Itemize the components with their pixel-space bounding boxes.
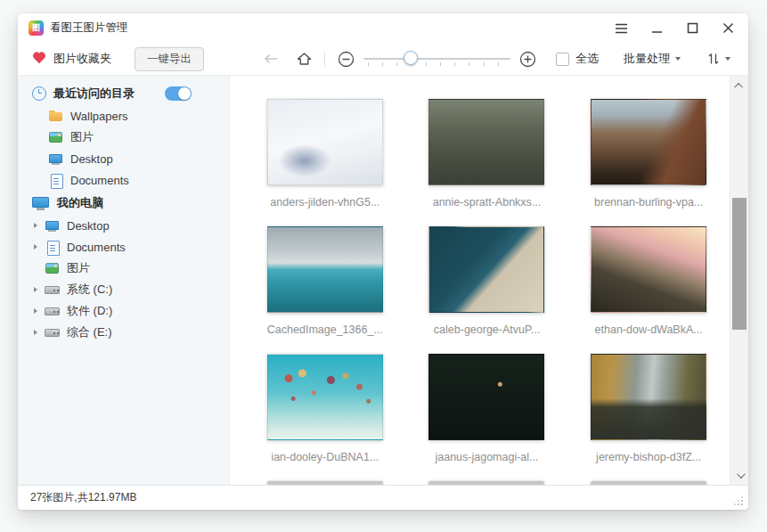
zoom-slider[interactable] xyxy=(363,50,510,68)
sidebar-folder-item[interactable]: Documents xyxy=(18,169,229,191)
doc-icon xyxy=(48,173,63,188)
batch-process-menu[interactable]: 批量处理 xyxy=(624,51,681,67)
resize-grip[interactable] xyxy=(733,495,744,506)
favorites-label[interactable]: 图片收藏夹 xyxy=(53,51,111,67)
image-item[interactable]: ethan-dow-dWaBkA... xyxy=(567,226,730,354)
image-item[interactable]: anders-jilden-vhnG5... xyxy=(244,99,406,226)
image-item[interactable]: caleb-george-AtvuP... xyxy=(406,226,568,354)
sidebar-tree-item[interactable]: 图片 xyxy=(18,258,229,279)
computer-icon xyxy=(32,195,50,210)
export-button[interactable]: 一键导出 xyxy=(135,47,204,71)
drive-icon xyxy=(45,282,60,298)
sidebar-folder-item[interactable]: 图片 xyxy=(18,127,229,148)
app-logo-icon: 图 xyxy=(29,20,44,36)
image-item[interactable]: jeremy-bishop-d3fZ... xyxy=(567,354,730,481)
sidebar-item-label: 综合 (E:) xyxy=(67,324,112,340)
monitor-icon xyxy=(45,218,60,233)
window-controls xyxy=(613,20,736,37)
favorites-heart-icon[interactable] xyxy=(32,53,46,65)
image-thumbnail[interactable] xyxy=(591,226,706,313)
sidebar-tree-item[interactable]: 系统 (C:) xyxy=(18,279,229,300)
sidebar-item-label: 软件 (D:) xyxy=(67,303,112,319)
image-item[interactable]: ian-dooley-DuBNA1... xyxy=(244,354,406,481)
content-area: anders-jilden-vhnG5... annie-spratt-Abnk… xyxy=(230,76,748,485)
sidebar-tree-item[interactable]: 软件 (D:) xyxy=(18,300,229,322)
image-filename: ethan-dow-dWaBkA... xyxy=(595,323,703,336)
sidebar: 最近访问的目录 Wallpapers 图片 xyxy=(18,76,230,485)
thumbnail-grid: anders-jilden-vhnG5... annie-spratt-Abnk… xyxy=(244,99,730,481)
toolbar: 图片收藏夹 一键导出 全选 xyxy=(18,43,748,76)
close-icon[interactable] xyxy=(720,20,736,37)
sort-menu[interactable] xyxy=(707,52,730,66)
image-thumbnail[interactable] xyxy=(428,226,544,313)
sort-icon xyxy=(707,52,720,66)
image-icon xyxy=(45,261,60,276)
zoom-slider-handle[interactable] xyxy=(404,51,418,65)
titlebar: 图 看图王图片管理 xyxy=(18,13,748,43)
doc-icon xyxy=(45,240,60,255)
sidebar-item-label: 系统 (C:) xyxy=(67,282,112,298)
image-thumbnail[interactable] xyxy=(267,354,383,440)
image-thumbnail[interactable] xyxy=(267,99,383,185)
sidebar-tree-item[interactable]: 综合 (E:) xyxy=(18,322,229,343)
image-filename: jaanus-jagomagi-al... xyxy=(435,451,538,463)
select-all-checkbox[interactable] xyxy=(556,53,569,66)
my-computer-header[interactable]: 我的电脑 xyxy=(18,191,229,215)
back-arrow-icon[interactable] xyxy=(263,53,279,65)
toolbar-right-group: 全选 批量处理 xyxy=(556,51,730,67)
image-thumbnail[interactable] xyxy=(591,99,706,185)
sidebar-tree-item[interactable]: Desktop xyxy=(18,215,229,236)
expand-arrow-icon[interactable] xyxy=(34,244,45,250)
sidebar-item-label: Desktop xyxy=(67,219,110,233)
sidebar-item-label: Wallpapers xyxy=(70,110,128,123)
status-text: 27张图片,共121.97MB xyxy=(30,490,136,505)
menu-icon[interactable] xyxy=(613,20,629,37)
image-filename: jeremy-bishop-d3fZ... xyxy=(596,451,701,463)
select-all-label[interactable]: 全选 xyxy=(575,51,599,67)
scroll-down-icon[interactable] xyxy=(730,467,748,483)
recent-toggle[interactable] xyxy=(165,86,192,101)
vertical-scrollbar[interactable] xyxy=(730,76,748,485)
expand-arrow-icon[interactable] xyxy=(34,308,45,314)
image-thumbnail[interactable] xyxy=(267,226,383,313)
chevron-down-icon xyxy=(725,57,730,61)
image-item[interactable]: CachedImage_1366_... xyxy=(244,226,406,354)
expand-arrow-icon[interactable] xyxy=(34,223,45,228)
scroll-up-icon[interactable] xyxy=(730,78,748,94)
app-window: 图 看图王图片管理 图片收藏夹 一键导出 xyxy=(18,13,748,510)
expand-arrow-icon[interactable] xyxy=(34,330,45,335)
expand-arrow-icon[interactable] xyxy=(34,287,45,292)
chevron-down-icon xyxy=(675,57,681,61)
my-computer-label: 我的电脑 xyxy=(57,195,103,211)
sidebar-folder-item[interactable]: Wallpapers xyxy=(18,105,229,127)
maximize-icon[interactable] xyxy=(684,20,700,37)
zoom-slider-ticks xyxy=(368,62,508,66)
image-icon xyxy=(48,130,63,145)
sidebar-item-label: Documents xyxy=(67,241,126,254)
zoom-out-icon[interactable] xyxy=(338,51,355,68)
zoom-slider-track[interactable] xyxy=(363,58,510,60)
statusbar: 27张图片,共121.97MB xyxy=(18,485,748,510)
zoom-in-icon[interactable] xyxy=(519,51,536,68)
minimize-icon[interactable] xyxy=(649,20,665,37)
monitor-icon xyxy=(48,151,63,167)
scrollbar-thumb[interactable] xyxy=(732,198,747,330)
home-icon[interactable] xyxy=(297,52,312,66)
sidebar-item-label: Documents xyxy=(70,174,129,187)
image-item[interactable]: annie-spratt-Abnkxs... xyxy=(406,99,568,226)
image-thumbnail[interactable] xyxy=(428,354,544,440)
sidebar-tree-item[interactable]: Documents xyxy=(18,236,229,258)
sidebar-item-label: 图片 xyxy=(67,260,90,276)
recent-directories-list: Wallpapers 图片 Desktop Documents xyxy=(18,105,229,191)
toolbar-divider xyxy=(324,52,325,67)
image-item[interactable]: jaanus-jagomagi-al... xyxy=(406,354,568,481)
image-thumbnail[interactable] xyxy=(428,99,544,185)
gallery: anders-jilden-vhnG5... annie-spratt-Abnk… xyxy=(230,76,730,485)
recent-directories-header[interactable]: 最近访问的目录 xyxy=(18,81,229,105)
image-thumbnail[interactable] xyxy=(591,354,706,440)
clock-icon xyxy=(32,86,46,101)
sidebar-folder-item[interactable]: Desktop xyxy=(18,148,229,169)
image-item[interactable]: brennan-burling-vpa... xyxy=(567,99,730,226)
image-filename: ian-dooley-DuBNA1... xyxy=(271,451,379,463)
image-filename: annie-spratt-Abnkxs... xyxy=(433,196,542,209)
